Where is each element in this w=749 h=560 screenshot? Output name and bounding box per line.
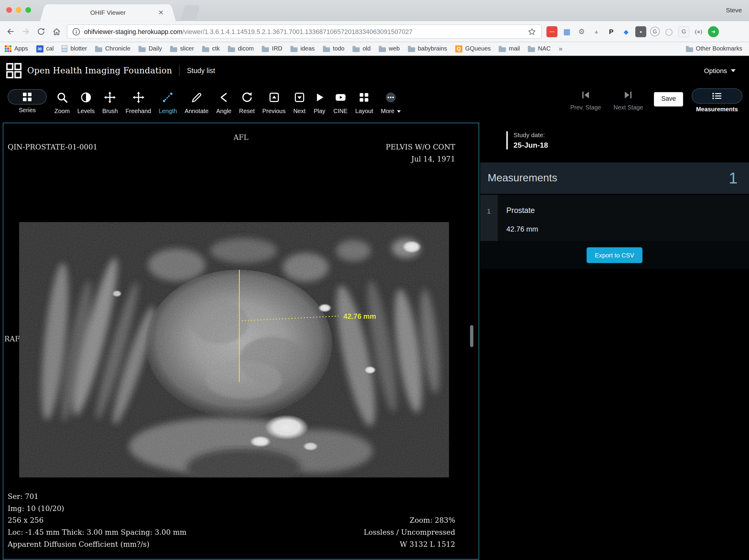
home-button[interactable] (49, 24, 64, 39)
extension-green-arrow-icon[interactable]: ➜ (708, 26, 719, 37)
tool-freehand[interactable]: Freehand (122, 85, 155, 114)
tool-previous[interactable]: Previous (258, 85, 290, 114)
measurement-row[interactable]: 1 Prostate 42.76 mm (480, 195, 749, 241)
box-arrow-down-icon (293, 89, 306, 106)
tool-zoom[interactable]: Zoom (50, 85, 73, 114)
profile-name: Steve (726, 7, 742, 14)
measurements-panel-toggle[interactable]: Measurements (691, 88, 742, 113)
bookmark-gqueues[interactable]: Q GQueues (455, 45, 491, 52)
home-icon (52, 27, 61, 36)
save-button[interactable]: Save (654, 92, 683, 106)
tool-levels[interactable]: Levels (73, 85, 98, 114)
skip-previous-icon (580, 89, 592, 101)
tool-angle[interactable]: Angle (212, 85, 235, 114)
back-button[interactable] (3, 24, 18, 39)
folder-icon (499, 47, 506, 52)
tool-brush[interactable]: Brush (98, 85, 122, 114)
tool-next[interactable]: Next (290, 85, 309, 114)
folder-icon (262, 47, 269, 52)
tool-length[interactable]: Length (155, 85, 181, 114)
study-date-block: Study date: 25-Jun-18 (506, 131, 548, 149)
export-csv-button[interactable]: Export to CSV (587, 247, 643, 262)
new-tab-button[interactable] (180, 5, 200, 21)
tool-play[interactable]: Play (309, 85, 330, 114)
bookmark-star-icon[interactable] (527, 27, 536, 36)
address-bar[interactable]: ohifviewer-staging.herokuapp.com/viewer/… (67, 24, 541, 39)
bookmark-old[interactable]: old (352, 45, 370, 52)
study-list-link[interactable]: Study list (187, 67, 215, 74)
extension-red-menu-icon[interactable]: ⋯ (547, 26, 558, 37)
study-date-label: Study date: (513, 131, 548, 139)
bookmark-dicom[interactable]: dicom (228, 45, 254, 52)
bookmark-web[interactable]: web (379, 45, 400, 52)
measurement-value-label[interactable]: 42.76 mm (343, 312, 376, 320)
pan-arrows-icon (132, 89, 144, 106)
calendar-icon: 30 (36, 45, 43, 52)
extension-triangle-icon[interactable]: ▲ (591, 26, 602, 37)
folder-icon (95, 47, 102, 52)
extension-oval-icon[interactable]: ◯ (664, 26, 675, 37)
reload-button[interactable] (34, 24, 49, 39)
bookmark-daily[interactable]: Daily (139, 45, 162, 52)
forward-button[interactable] (18, 24, 34, 39)
bookmark-chronicle[interactable]: Chronicle (95, 45, 130, 52)
prev-stage-button[interactable]: Prev. Stage (564, 85, 607, 111)
bookmark-todo[interactable]: todo (323, 45, 344, 52)
bookmark-slicer[interactable]: slicer (170, 45, 194, 52)
tool-more[interactable]: More (377, 85, 404, 114)
tool-series[interactable]: Series (4, 85, 51, 114)
extension-g-circle-icon[interactable]: G (650, 27, 660, 36)
close-tab-icon[interactable] (157, 9, 164, 16)
ohif-logo-icon (6, 63, 22, 79)
close-window-button[interactable] (6, 7, 12, 13)
bookmark-nac[interactable]: NAC (528, 45, 551, 52)
back-icon (6, 27, 15, 36)
box-arrow-up-icon (268, 89, 280, 106)
extension-icons: ⋯ ▦ ⚙ ▲ P ◆ ● G ◯ G {≡} ➜ (547, 26, 719, 37)
url-path: /viewer/1.3.6.1.4.1.14519.5.2.1.3671.700… (182, 28, 412, 35)
tool-cine[interactable]: CINE (329, 85, 351, 114)
zoom-window-button[interactable] (25, 7, 31, 13)
extension-json-braces-icon[interactable]: {≡} (693, 26, 704, 37)
extension-p-letter-icon[interactable]: P (606, 26, 617, 37)
bookmark-apps[interactable]: Apps (5, 45, 28, 52)
series-grid-icon (7, 89, 47, 105)
measurement-index: 1 (480, 195, 498, 241)
bookmark-ideas[interactable]: ideas (290, 45, 315, 52)
options-menu[interactable]: Options (704, 67, 743, 74)
tool-layout[interactable]: Layout (351, 85, 377, 114)
bookmark-babybrains[interactable]: babybrains (408, 45, 447, 52)
browser-tab[interactable]: OHIF Viewer (48, 4, 168, 21)
study-date-value: 25-Jun-18 (513, 141, 548, 149)
bookmarks-bar: Apps 30 cal blotter Chronicle Daily slic… (0, 42, 749, 56)
bookmark-other-bookmarks[interactable]: Other Bookmarks (686, 45, 742, 52)
ohif-logo[interactable]: Open Health Imaging Foundation (6, 63, 172, 79)
bookmark-blotter[interactable]: blotter (62, 45, 87, 52)
length-ruler-icon (162, 89, 174, 106)
folder-icon (290, 47, 298, 52)
bookmarks-overflow-chevron[interactable]: » (559, 45, 562, 52)
bookmark-cal[interactable]: 30 cal (36, 45, 54, 52)
next-stage-button[interactable]: Next Stage (607, 85, 649, 111)
bookmark-ctk[interactable]: ctk (202, 45, 220, 52)
image-viewport[interactable]: 42.76 mm QIN-PROSTATE-01-0001 AFL RAF PE… (3, 123, 479, 559)
tool-reset[interactable]: Reset (235, 85, 258, 114)
bookmark-ird[interactable]: IRD (262, 45, 282, 52)
reset-arrow-icon (241, 89, 253, 106)
bookmark-mail[interactable]: mail (499, 45, 520, 52)
export-row: Export to CSV (480, 241, 749, 269)
minimize-window-button[interactable] (16, 7, 21, 13)
page-info-icon[interactable] (72, 27, 80, 36)
document-icon (62, 45, 68, 52)
cine-icon (334, 89, 346, 106)
folder-icon (139, 47, 146, 52)
extension-g-square-icon[interactable]: G (678, 26, 689, 37)
reload-icon (37, 27, 45, 36)
extension-blue-grid-icon[interactable]: ▦ (561, 26, 573, 37)
tool-annotate[interactable]: Annotate (181, 85, 212, 114)
extension-dark-dot-icon[interactable]: ● (635, 26, 646, 37)
extension-gear-icon[interactable]: ⚙ (576, 26, 587, 37)
extension-blue-diamond-icon[interactable]: ◆ (621, 26, 632, 37)
image-scrollbar-thumb[interactable] (470, 325, 473, 347)
angle-icon (217, 89, 230, 106)
